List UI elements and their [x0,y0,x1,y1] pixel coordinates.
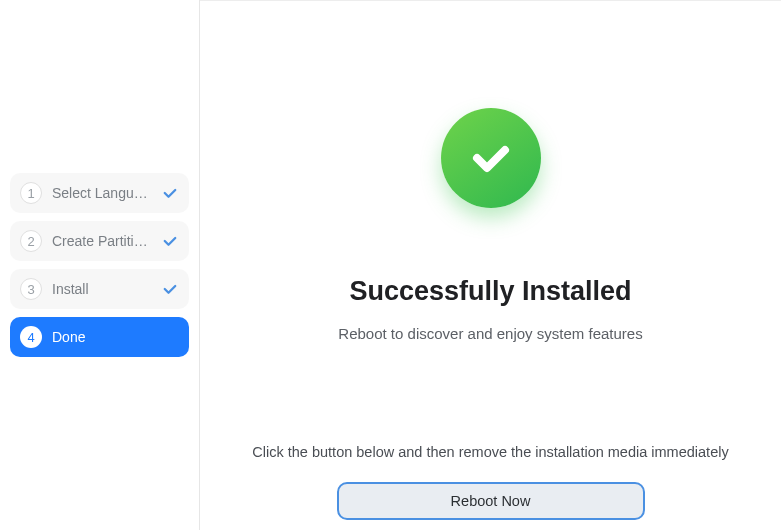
step-label: Done [52,329,179,345]
step-label: Create Partitions [52,233,155,249]
step-done: 4 Done [10,317,189,357]
page-title: Successfully Installed [349,276,631,307]
step-create-partitions: 2 Create Partitions [10,221,189,261]
step-number: 1 [20,182,42,204]
main-panel: Successfully Installed Reboot to discove… [200,0,781,530]
instruction-text: Click the button below and then remove t… [252,444,728,460]
step-number: 3 [20,278,42,300]
check-icon [161,280,179,298]
reboot-now-button[interactable]: Reboot Now [337,482,645,520]
sidebar: 1 Select Language 2 Create Partitions 3 … [0,0,200,530]
step-select-language: 1 Select Language [10,173,189,213]
step-label: Select Language [52,185,155,201]
top-divider [200,0,781,1]
page-subtitle: Reboot to discover and enjoy system feat… [338,325,642,342]
success-check-icon [441,108,541,208]
step-number: 2 [20,230,42,252]
check-icon [161,232,179,250]
step-label: Install [52,281,155,297]
step-install: 3 Install [10,269,189,309]
step-number: 4 [20,326,42,348]
bottom-area: Click the button below and then remove t… [252,444,728,530]
check-icon [161,184,179,202]
